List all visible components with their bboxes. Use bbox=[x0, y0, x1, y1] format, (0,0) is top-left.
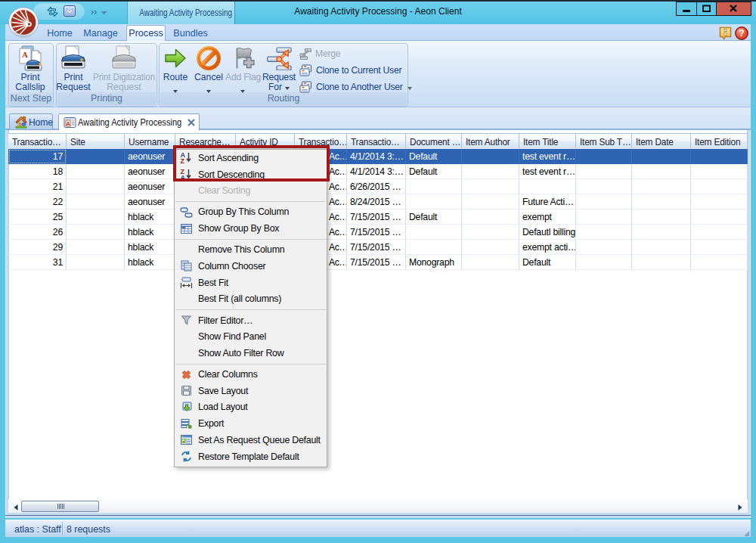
svg-text:?: ? bbox=[739, 28, 744, 39]
svg-text:A: A bbox=[66, 120, 70, 127]
svg-text:A: A bbox=[22, 50, 28, 59]
